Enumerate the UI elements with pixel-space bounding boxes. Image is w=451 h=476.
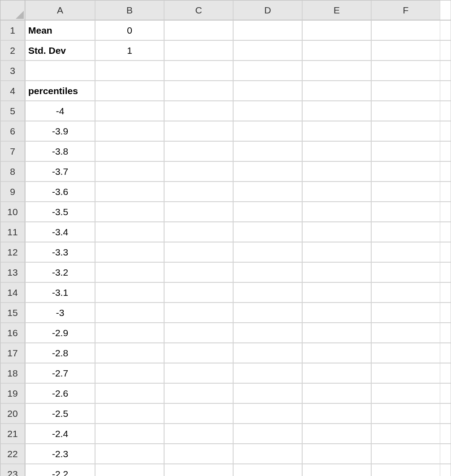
cell-D15[interactable] [233,303,302,323]
row-header-21[interactable]: 21 [0,424,25,444]
cell-B22[interactable] [95,444,164,464]
cell-B8[interactable] [95,161,164,182]
cell-A14[interactable]: -3.1 [25,282,95,303]
row-header-10[interactable]: 10 [0,202,25,222]
cell-F14[interactable] [371,282,440,303]
cell-E1[interactable] [302,20,371,40]
cell-B18[interactable] [95,363,164,383]
cell-E2[interactable] [302,40,371,61]
cell-A16[interactable]: -2.9 [25,323,95,343]
spreadsheet-grid[interactable]: A B C D E F 1Mean02Std. Dev134percentile… [0,0,451,476]
row-header-5[interactable]: 5 [0,101,25,121]
row-header-13[interactable]: 13 [0,262,25,282]
cell-D21[interactable] [233,424,302,444]
row-header-17[interactable]: 17 [0,343,25,363]
cell-F16[interactable] [371,323,440,343]
cell-F11[interactable] [371,222,440,242]
row-header-23[interactable]: 23 [0,464,25,476]
cell-D13[interactable] [233,262,302,282]
cell-E5[interactable] [302,101,371,121]
cell-C18[interactable] [164,363,233,383]
cell-F15[interactable] [371,303,440,323]
row-header-6[interactable]: 6 [0,121,25,141]
col-header-E[interactable]: E [302,0,371,20]
col-header-A[interactable]: A [25,0,95,20]
cell-B23[interactable] [95,464,164,476]
cell-E22[interactable] [302,444,371,464]
cell-F9[interactable] [371,182,440,202]
cell-D10[interactable] [233,202,302,222]
cell-D1[interactable] [233,20,302,40]
cell-C16[interactable] [164,323,233,343]
cell-C8[interactable] [164,161,233,182]
cell-E16[interactable] [302,323,371,343]
cell-F10[interactable] [371,202,440,222]
row-header-9[interactable]: 9 [0,182,25,202]
cell-F23[interactable] [371,464,440,476]
cell-C22[interactable] [164,444,233,464]
cell-D14[interactable] [233,282,302,303]
cell-A1[interactable]: Mean [25,20,95,40]
cell-D12[interactable] [233,242,302,262]
cell-F13[interactable] [371,262,440,282]
cell-B4[interactable] [95,81,164,101]
cell-C4[interactable] [164,81,233,101]
cell-B11[interactable] [95,222,164,242]
cell-C13[interactable] [164,262,233,282]
cell-A13[interactable]: -3.2 [25,262,95,282]
cell-D17[interactable] [233,343,302,363]
row-header-20[interactable]: 20 [0,403,25,424]
cell-C7[interactable] [164,141,233,161]
cell-C19[interactable] [164,383,233,403]
cell-D6[interactable] [233,121,302,141]
cell-E20[interactable] [302,403,371,424]
cell-F1[interactable] [371,20,440,40]
cell-B2[interactable]: 1 [95,40,164,61]
cell-A3[interactable] [25,61,95,81]
row-header-1[interactable]: 1 [0,20,25,40]
cell-F20[interactable] [371,403,440,424]
cell-A11[interactable]: -3.4 [25,222,95,242]
cell-C12[interactable] [164,242,233,262]
cell-C21[interactable] [164,424,233,444]
cell-B1[interactable]: 0 [95,20,164,40]
cell-D4[interactable] [233,81,302,101]
cell-C11[interactable] [164,222,233,242]
cell-A4[interactable]: percentiles [25,81,95,101]
cell-C1[interactable] [164,20,233,40]
cell-C10[interactable] [164,202,233,222]
cell-A10[interactable]: -3.5 [25,202,95,222]
cell-A19[interactable]: -2.6 [25,383,95,403]
row-header-22[interactable]: 22 [0,444,25,464]
cell-C3[interactable] [164,61,233,81]
row-header-8[interactable]: 8 [0,161,25,182]
cell-F3[interactable] [371,61,440,81]
cell-D9[interactable] [233,182,302,202]
cell-F12[interactable] [371,242,440,262]
row-header-15[interactable]: 15 [0,303,25,323]
cell-B21[interactable] [95,424,164,444]
cell-F18[interactable] [371,363,440,383]
row-header-14[interactable]: 14 [0,282,25,303]
cell-A15[interactable]: -3 [25,303,95,323]
cell-D8[interactable] [233,161,302,182]
row-header-11[interactable]: 11 [0,222,25,242]
cell-E17[interactable] [302,343,371,363]
cell-E23[interactable] [302,464,371,476]
cell-C20[interactable] [164,403,233,424]
cell-A21[interactable]: -2.4 [25,424,95,444]
cell-D11[interactable] [233,222,302,242]
cell-A8[interactable]: -3.7 [25,161,95,182]
cell-D20[interactable] [233,403,302,424]
cell-D2[interactable] [233,40,302,61]
cell-D3[interactable] [233,61,302,81]
cell-C15[interactable] [164,303,233,323]
cell-F8[interactable] [371,161,440,182]
cell-E6[interactable] [302,121,371,141]
cell-A23[interactable]: -2.2 [25,464,95,476]
cell-C6[interactable] [164,121,233,141]
row-header-3[interactable]: 3 [0,61,25,81]
row-header-19[interactable]: 19 [0,383,25,403]
cell-E7[interactable] [302,141,371,161]
cell-B19[interactable] [95,383,164,403]
